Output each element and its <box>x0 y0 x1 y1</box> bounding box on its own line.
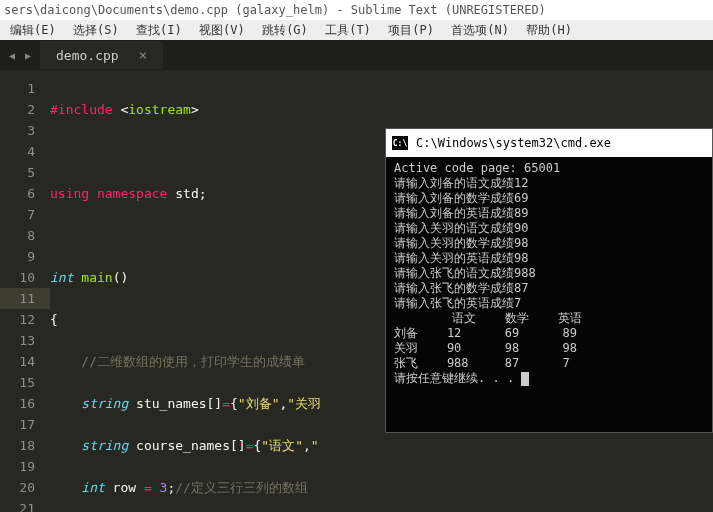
window-title-bar: sers\daicong\Documents\demo.cpp (galaxy_… <box>0 0 713 20</box>
line-number: 13 <box>0 330 35 351</box>
terminal-title-bar[interactable]: C:\ C:\Windows\system32\cmd.exe <box>386 129 712 157</box>
line-number: 11 <box>0 288 50 309</box>
terminal-line: 请输入刘备的语文成绩12 <box>394 176 704 191</box>
gutter: 12345678910111213141516171819202122 <box>0 70 50 512</box>
tab-nav-left-icon[interactable]: ◀ <box>9 50 15 61</box>
line-number: 15 <box>0 372 35 393</box>
menu-preferences[interactable]: 首选项(N) <box>451 23 509 37</box>
terminal-line: Active code page: 65001 <box>394 161 704 176</box>
line-number: 2 <box>0 99 35 120</box>
line-number: 1 <box>0 78 35 99</box>
line-number: 4 <box>0 141 35 162</box>
tab-demo-cpp[interactable]: demo.cpp × <box>40 41 163 69</box>
terminal-line: 请输入张飞的数学成绩87 <box>394 281 704 296</box>
menu-tools[interactable]: 工具(T) <box>325 23 371 37</box>
terminal-line: 请输入关羽的语文成绩90 <box>394 221 704 236</box>
terminal-line: 请按任意键继续. . . <box>394 371 704 386</box>
terminal-line: 请输入关羽的数学成绩98 <box>394 236 704 251</box>
tab-nav: ◀ ▶ <box>0 50 40 61</box>
line-number: 3 <box>0 120 35 141</box>
terminal-line: 请输入关羽的英语成绩98 <box>394 251 704 266</box>
terminal-line: 语文 数学 英语 <box>394 311 704 326</box>
line-number: 5 <box>0 162 35 183</box>
tab-nav-right-icon[interactable]: ▶ <box>25 50 31 61</box>
line-number: 7 <box>0 204 35 225</box>
tab-label: demo.cpp <box>56 48 119 63</box>
menu-help[interactable]: 帮助(H) <box>526 23 572 37</box>
tab-close-icon[interactable]: × <box>139 47 147 63</box>
menu-view[interactable]: 视图(V) <box>199 23 245 37</box>
tab-bar: ◀ ▶ demo.cpp × <box>0 40 713 70</box>
menu-project[interactable]: 项目(P) <box>388 23 434 37</box>
menu-select[interactable]: 选择(S) <box>73 23 119 37</box>
terminal-cursor <box>521 372 529 386</box>
line-number: 16 <box>0 393 35 414</box>
terminal-line: 张飞 988 87 7 <box>394 356 704 371</box>
line-number: 17 <box>0 414 35 435</box>
terminal-line: 请输入刘备的英语成绩89 <box>394 206 704 221</box>
terminal-line: 关羽 90 98 98 <box>394 341 704 356</box>
menu-edit[interactable]: 编辑(E) <box>10 23 56 37</box>
menu-bar: 编辑(E) 选择(S) 查找(I) 视图(V) 跳转(G) 工具(T) 项目(P… <box>0 20 713 40</box>
menu-goto[interactable]: 跳转(G) <box>262 23 308 37</box>
line-number: 20 <box>0 477 35 498</box>
cmd-icon: C:\ <box>392 136 408 150</box>
line-number: 10 <box>0 267 35 288</box>
terminal-window[interactable]: C:\ C:\Windows\system32\cmd.exe Active c… <box>385 128 713 433</box>
menu-find[interactable]: 查找(I) <box>136 23 182 37</box>
line-number: 8 <box>0 225 35 246</box>
line-number: 21 <box>0 498 35 512</box>
line-number: 9 <box>0 246 35 267</box>
terminal-line: 请输入刘备的数学成绩69 <box>394 191 704 206</box>
line-number: 12 <box>0 309 35 330</box>
terminal-line: 请输入张飞的英语成绩7 <box>394 296 704 311</box>
terminal-body[interactable]: Active code page: 65001请输入刘备的语文成绩12请输入刘备… <box>386 157 712 390</box>
terminal-title: C:\Windows\system32\cmd.exe <box>416 136 611 150</box>
line-number: 18 <box>0 435 35 456</box>
terminal-line: 刘备 12 69 89 <box>394 326 704 341</box>
line-number: 14 <box>0 351 35 372</box>
line-number: 6 <box>0 183 35 204</box>
line-number: 19 <box>0 456 35 477</box>
window-title: sers\daicong\Documents\demo.cpp (galaxy_… <box>4 3 546 17</box>
terminal-line: 请输入张飞的语文成绩988 <box>394 266 704 281</box>
